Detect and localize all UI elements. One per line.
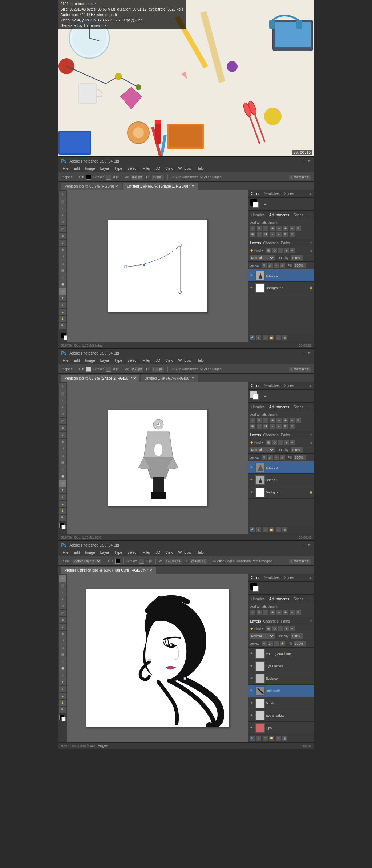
rp2-layers-tab[interactable]: Layers bbox=[250, 433, 262, 437]
adj-channel[interactable]: ◫ bbox=[257, 232, 262, 237]
t2-dodge[interactable]: ⬤ bbox=[59, 473, 66, 480]
rp1-adj-menu[interactable]: ≡ bbox=[310, 213, 312, 217]
opacity-input-1[interactable] bbox=[291, 255, 303, 261]
m3-image[interactable]: Image bbox=[83, 550, 97, 555]
rp3-layers-tab[interactable]: Layers bbox=[250, 619, 262, 623]
lf2-group[interactable]: 📁 bbox=[269, 527, 274, 532]
l2-eye-shape1[interactable]: 👁 bbox=[249, 477, 254, 483]
tb1-fill-swatch[interactable] bbox=[86, 175, 91, 180]
t2-eyedrop[interactable]: 🖉 bbox=[59, 418, 66, 424]
m3-type[interactable]: Type bbox=[112, 550, 125, 555]
tool-path-select[interactable]: ▶ bbox=[59, 302, 66, 308]
m3-layer[interactable]: Layer bbox=[98, 550, 112, 555]
rp2-lock4[interactable]: 🔒 bbox=[280, 455, 285, 460]
m3-filter[interactable]: Filter bbox=[140, 550, 153, 555]
t2-color[interactable] bbox=[59, 523, 66, 534]
m2-view[interactable]: View bbox=[163, 358, 175, 363]
rp1-color-tab[interactable]: Color bbox=[250, 192, 260, 196]
fi-pixel[interactable]: ▣ bbox=[266, 248, 271, 253]
l3-eye-lips[interactable]: 👁 bbox=[249, 725, 254, 731]
t3-zoom[interactable]: 🔍 bbox=[59, 707, 66, 713]
lf3-link[interactable]: 🔗 bbox=[250, 736, 255, 741]
m2-type[interactable]: Type bbox=[112, 358, 125, 363]
rp2-fill-input[interactable] bbox=[294, 455, 306, 460]
rp3-fi4[interactable]: ■ bbox=[284, 626, 289, 631]
t2-wand[interactable]: ✦ bbox=[59, 404, 66, 411]
rp3-fi5[interactable]: ⊕ bbox=[290, 626, 295, 631]
fi-smart[interactable]: ⊕ bbox=[290, 248, 295, 253]
rp1-styles2-tab[interactable]: Styles bbox=[293, 213, 304, 217]
rp2-bg[interactable] bbox=[253, 394, 259, 400]
m2-help[interactable]: Help bbox=[194, 358, 206, 363]
tb3-constrain[interactable]: Constrain Path Dragging bbox=[236, 559, 272, 563]
ps3-winbtns[interactable]: ─ □ ✕ bbox=[302, 543, 311, 547]
lf3-group[interactable]: 📁 bbox=[269, 736, 274, 741]
adj-brightness[interactable]: ☀ bbox=[250, 226, 255, 231]
lf2-del[interactable]: 🗑 bbox=[282, 527, 287, 532]
layer-item-shape1[interactable]: 👁 Shape 1 bbox=[248, 269, 314, 282]
t2-brush[interactable]: 🖌 bbox=[59, 432, 66, 438]
tb1-height-input[interactable] bbox=[151, 174, 165, 180]
rp2-adj-menu[interactable]: ≡ bbox=[310, 405, 312, 409]
m3-3d[interactable]: 3D bbox=[153, 550, 162, 555]
a2-5[interactable]: ◈ bbox=[276, 418, 282, 423]
adj-vibrance[interactable]: ◈ bbox=[276, 226, 282, 231]
t2-rect[interactable]: ⬚ bbox=[59, 390, 66, 397]
l3-eye-earring[interactable]: 👁 bbox=[249, 651, 254, 656]
rp1-layers-menu[interactable]: ≡ bbox=[310, 241, 312, 245]
rp2-color[interactable]: Color bbox=[250, 384, 260, 388]
rp3-adjustments[interactable]: Adjustments bbox=[268, 597, 290, 601]
l3-eyeshadow[interactable]: 👁 Eye Shadow bbox=[248, 709, 314, 722]
l3-eyebrow[interactable]: 👁 Eyebrow bbox=[248, 672, 314, 685]
rp3-fill-input[interactable] bbox=[294, 641, 306, 647]
adj-bw[interactable]: ▨ bbox=[296, 226, 301, 231]
m2-window[interactable]: Window bbox=[176, 358, 194, 363]
adj-curves[interactable]: ⌒ bbox=[263, 226, 268, 231]
menu-image-1[interactable]: Image bbox=[83, 166, 97, 171]
rp2-channels-tab[interactable]: Channels bbox=[263, 433, 279, 437]
t2-lasso[interactable]: ʟ bbox=[59, 397, 66, 404]
layer2-bg[interactable]: 👁 Background 🔒 bbox=[248, 486, 314, 499]
a3-2[interactable]: ▤ bbox=[257, 610, 262, 615]
t2-crop[interactable]: ⊡ bbox=[59, 411, 66, 417]
rp1-libraries-tab[interactable]: Libraries bbox=[250, 213, 266, 217]
rp1-swatches-tab[interactable]: Swatches bbox=[263, 192, 280, 196]
l3-eye-shadow[interactable]: 👁 bbox=[249, 713, 254, 718]
m3-select[interactable]: Select bbox=[125, 550, 140, 555]
fi-shape[interactable]: ■ bbox=[284, 248, 289, 253]
rp3-menu[interactable]: ≡ bbox=[310, 576, 312, 580]
tb3-essentials[interactable]: Essentials ▾ bbox=[289, 558, 312, 564]
rp3-swatches[interactable]: Swatches bbox=[263, 576, 280, 580]
layer-item-bg1[interactable]: 👁 Background 🔒 bbox=[248, 282, 314, 294]
lf3-mask[interactable]: ◻ bbox=[263, 736, 268, 741]
a2-14[interactable]: ▦ bbox=[283, 424, 288, 429]
tool-stamp[interactable]: ⊕ bbox=[59, 247, 66, 253]
t2-gradient[interactable]: ▤ bbox=[59, 459, 66, 466]
menu-window-1[interactable]: Window bbox=[176, 166, 194, 171]
lf2-fx[interactable]: fx bbox=[256, 527, 261, 532]
rp2-fi3[interactable]: T bbox=[278, 440, 283, 445]
t3-heal[interactable]: ◉ bbox=[59, 617, 66, 623]
t3-brush[interactable]: 🖌 bbox=[59, 624, 66, 630]
tb1-width-input[interactable] bbox=[131, 174, 144, 180]
tool-spot-heal[interactable]: ◉ bbox=[59, 233, 66, 239]
rp3-paths-tab[interactable]: Paths bbox=[280, 619, 291, 623]
blend-mode-select-3[interactable]: Normal bbox=[250, 633, 275, 639]
t3-history[interactable]: ↺ bbox=[59, 637, 66, 644]
ps1-winbtns[interactable]: ─ □ ✕ bbox=[302, 159, 311, 163]
rp2-lock3[interactable]: + bbox=[274, 455, 279, 460]
t3-bg[interactable] bbox=[61, 717, 66, 721]
a2-12[interactable]: ≡ bbox=[270, 424, 275, 429]
rp2-fi2[interactable]: ◑ bbox=[272, 440, 277, 445]
t3-move[interactable]: ↖ bbox=[59, 575, 66, 582]
lf3-del[interactable]: 🗑 bbox=[282, 736, 287, 741]
adj-selective[interactable]: ⊞ bbox=[290, 232, 295, 237]
tool-history[interactable]: ↺ bbox=[59, 253, 66, 260]
tool-zoom[interactable]: 🔍 bbox=[59, 323, 66, 329]
tool-eraser[interactable]: ◻ bbox=[59, 260, 66, 267]
tb3-height[interactable] bbox=[190, 558, 207, 564]
bg-swatch[interactable] bbox=[253, 202, 259, 208]
tool-gradient[interactable]: ▤ bbox=[59, 267, 66, 274]
color-fg-bg[interactable] bbox=[250, 199, 262, 209]
rp3-opacity-input[interactable] bbox=[291, 633, 303, 639]
